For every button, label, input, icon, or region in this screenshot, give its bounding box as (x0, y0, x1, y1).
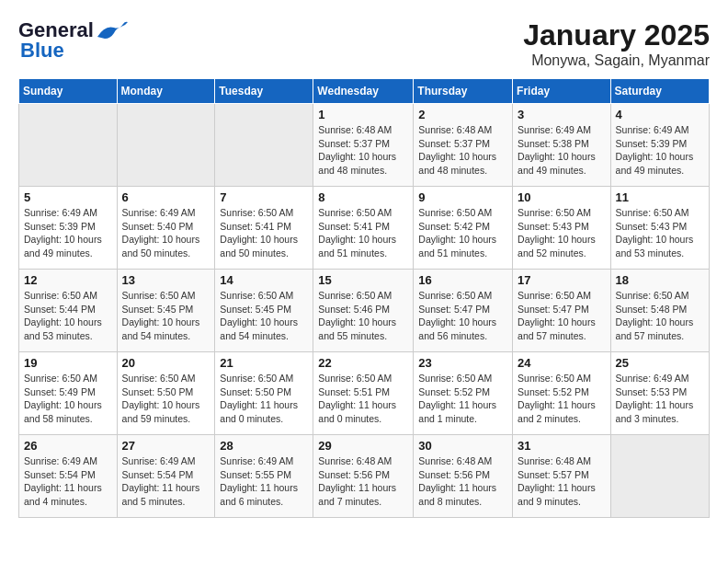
day-info: Sunrise: 6:50 AM Sunset: 5:44 PM Dayligh… (24, 289, 112, 343)
calendar-cell: 8Sunrise: 6:50 AM Sunset: 5:41 PM Daylig… (313, 187, 414, 270)
calendar-cell: 6Sunrise: 6:49 AM Sunset: 5:40 PM Daylig… (117, 187, 215, 270)
calendar-title: January 2025 (523, 18, 710, 52)
calendar-cell (215, 104, 313, 187)
day-number: 20 (122, 356, 210, 370)
day-number: 5 (24, 190, 112, 204)
day-info: Sunrise: 6:50 AM Sunset: 5:52 PM Dayligh… (418, 372, 507, 426)
day-number: 18 (616, 273, 704, 287)
day-number: 6 (122, 190, 210, 204)
day-info: Sunrise: 6:48 AM Sunset: 5:37 PM Dayligh… (318, 123, 408, 178)
calendar-cell: 30Sunrise: 6:48 AM Sunset: 5:56 PM Dayli… (414, 435, 513, 518)
weekday-header-tuesday: Tuesday (215, 79, 313, 104)
day-number: 29 (318, 439, 408, 453)
day-number: 23 (418, 356, 507, 370)
day-info: Sunrise: 6:49 AM Sunset: 5:39 PM Dayligh… (616, 123, 704, 178)
calendar-week-4: 19Sunrise: 6:50 AM Sunset: 5:49 PM Dayli… (19, 352, 710, 435)
day-info: Sunrise: 6:48 AM Sunset: 5:56 PM Dayligh… (418, 454, 507, 509)
calendar-week-2: 5Sunrise: 6:49 AM Sunset: 5:39 PM Daylig… (19, 187, 710, 270)
day-number: 28 (220, 439, 308, 453)
day-number: 24 (518, 356, 606, 370)
calendar-cell: 22Sunrise: 6:50 AM Sunset: 5:51 PM Dayli… (313, 352, 414, 435)
day-number: 14 (220, 273, 308, 287)
calendar-cell: 10Sunrise: 6:50 AM Sunset: 5:43 PM Dayli… (513, 187, 611, 270)
day-info: Sunrise: 6:50 AM Sunset: 5:45 PM Dayligh… (220, 289, 308, 343)
day-number: 26 (24, 439, 112, 453)
calendar-cell: 1Sunrise: 6:48 AM Sunset: 5:37 PM Daylig… (313, 104, 414, 187)
day-info: Sunrise: 6:50 AM Sunset: 5:41 PM Dayligh… (318, 206, 408, 260)
calendar-cell: 27Sunrise: 6:49 AM Sunset: 5:54 PM Dayli… (117, 435, 215, 518)
calendar-cell: 18Sunrise: 6:50 AM Sunset: 5:48 PM Dayli… (610, 270, 709, 352)
day-info: Sunrise: 6:49 AM Sunset: 5:38 PM Dayligh… (518, 123, 606, 178)
calendar-cell: 17Sunrise: 6:50 AM Sunset: 5:47 PM Dayli… (513, 270, 611, 352)
weekday-header-friday: Friday (513, 79, 611, 104)
day-info: Sunrise: 6:50 AM Sunset: 5:45 PM Dayligh… (122, 289, 210, 343)
day-number: 2 (418, 108, 507, 121)
day-info: Sunrise: 6:48 AM Sunset: 5:57 PM Dayligh… (518, 454, 606, 509)
calendar-cell: 24Sunrise: 6:50 AM Sunset: 5:52 PM Dayli… (513, 352, 611, 435)
day-number: 12 (24, 273, 112, 287)
weekday-header-monday: Monday (117, 79, 215, 104)
day-info: Sunrise: 6:50 AM Sunset: 5:49 PM Dayligh… (24, 372, 112, 426)
calendar-cell: 11Sunrise: 6:50 AM Sunset: 5:43 PM Dayli… (610, 187, 709, 270)
calendar-cell: 14Sunrise: 6:50 AM Sunset: 5:45 PM Dayli… (215, 270, 313, 352)
day-info: Sunrise: 6:50 AM Sunset: 5:42 PM Dayligh… (418, 206, 507, 260)
calendar-cell: 7Sunrise: 6:50 AM Sunset: 5:41 PM Daylig… (215, 187, 313, 270)
title-block: January 2025 Monywa, Sagain, Myanmar (523, 18, 710, 69)
calendar-cell: 16Sunrise: 6:50 AM Sunset: 5:47 PM Dayli… (414, 270, 513, 352)
logo: General Blue (18, 18, 129, 63)
calendar-cell: 29Sunrise: 6:48 AM Sunset: 5:56 PM Dayli… (313, 435, 414, 518)
calendar-cell (19, 104, 118, 187)
day-info: Sunrise: 6:50 AM Sunset: 5:51 PM Dayligh… (318, 372, 408, 426)
day-number: 4 (616, 108, 704, 121)
day-info: Sunrise: 6:50 AM Sunset: 5:46 PM Dayligh… (318, 289, 408, 343)
calendar-cell: 12Sunrise: 6:50 AM Sunset: 5:44 PM Dayli… (19, 270, 118, 352)
calendar-table: SundayMondayTuesdayWednesdayThursdayFrid… (18, 78, 710, 518)
calendar-cell: 20Sunrise: 6:50 AM Sunset: 5:50 PM Dayli… (117, 352, 215, 435)
calendar-cell: 28Sunrise: 6:49 AM Sunset: 5:55 PM Dayli… (215, 435, 313, 518)
day-info: Sunrise: 6:48 AM Sunset: 5:56 PM Dayligh… (318, 454, 408, 509)
weekday-header-row: SundayMondayTuesdayWednesdayThursdayFrid… (19, 79, 710, 104)
day-number: 17 (518, 273, 606, 287)
calendar-cell (117, 104, 215, 187)
calendar-cell: 5Sunrise: 6:49 AM Sunset: 5:39 PM Daylig… (19, 187, 118, 270)
day-info: Sunrise: 6:49 AM Sunset: 5:39 PM Dayligh… (24, 206, 112, 260)
logo-bird-icon (96, 20, 129, 40)
day-number: 31 (518, 439, 606, 453)
calendar-week-1: 1Sunrise: 6:48 AM Sunset: 5:37 PM Daylig… (19, 104, 710, 187)
calendar-cell: 19Sunrise: 6:50 AM Sunset: 5:49 PM Dayli… (19, 352, 118, 435)
day-info: Sunrise: 6:50 AM Sunset: 5:50 PM Dayligh… (220, 372, 308, 426)
day-info: Sunrise: 6:48 AM Sunset: 5:37 PM Dayligh… (418, 123, 507, 178)
calendar-cell: 31Sunrise: 6:48 AM Sunset: 5:57 PM Dayli… (513, 435, 611, 518)
day-number: 25 (616, 356, 704, 370)
day-info: Sunrise: 6:50 AM Sunset: 5:52 PM Dayligh… (518, 372, 606, 426)
day-info: Sunrise: 6:50 AM Sunset: 5:47 PM Dayligh… (518, 289, 606, 343)
day-number: 27 (122, 439, 210, 453)
weekday-header-wednesday: Wednesday (313, 79, 414, 104)
calendar-cell: 25Sunrise: 6:49 AM Sunset: 5:53 PM Dayli… (610, 352, 709, 435)
calendar-cell: 23Sunrise: 6:50 AM Sunset: 5:52 PM Dayli… (414, 352, 513, 435)
day-number: 15 (318, 273, 408, 287)
calendar-cell: 9Sunrise: 6:50 AM Sunset: 5:42 PM Daylig… (414, 187, 513, 270)
day-number: 19 (24, 356, 112, 370)
calendar-cell: 15Sunrise: 6:50 AM Sunset: 5:46 PM Dayli… (313, 270, 414, 352)
day-number: 9 (418, 190, 507, 204)
calendar-cell: 2Sunrise: 6:48 AM Sunset: 5:37 PM Daylig… (414, 104, 513, 187)
calendar-cell: 26Sunrise: 6:49 AM Sunset: 5:54 PM Dayli… (19, 435, 118, 518)
weekday-header-sunday: Sunday (19, 79, 118, 104)
calendar-week-5: 26Sunrise: 6:49 AM Sunset: 5:54 PM Dayli… (19, 435, 710, 518)
page-header: General Blue January 2025 Monywa, Sagain… (18, 18, 710, 69)
day-number: 30 (418, 439, 507, 453)
calendar-cell: 21Sunrise: 6:50 AM Sunset: 5:50 PM Dayli… (215, 352, 313, 435)
calendar-cell: 13Sunrise: 6:50 AM Sunset: 5:45 PM Dayli… (117, 270, 215, 352)
day-info: Sunrise: 6:50 AM Sunset: 5:43 PM Dayligh… (616, 206, 704, 260)
day-info: Sunrise: 6:49 AM Sunset: 5:54 PM Dayligh… (122, 454, 210, 509)
day-number: 21 (220, 356, 308, 370)
day-number: 16 (418, 273, 507, 287)
logo-text-blue: Blue (20, 39, 64, 63)
calendar-cell: 3Sunrise: 6:49 AM Sunset: 5:38 PM Daylig… (513, 104, 611, 187)
calendar-cell: 4Sunrise: 6:49 AM Sunset: 5:39 PM Daylig… (610, 104, 709, 187)
day-info: Sunrise: 6:49 AM Sunset: 5:40 PM Dayligh… (122, 206, 210, 260)
day-number: 10 (518, 190, 606, 204)
weekday-header-thursday: Thursday (414, 79, 513, 104)
day-number: 22 (318, 356, 408, 370)
